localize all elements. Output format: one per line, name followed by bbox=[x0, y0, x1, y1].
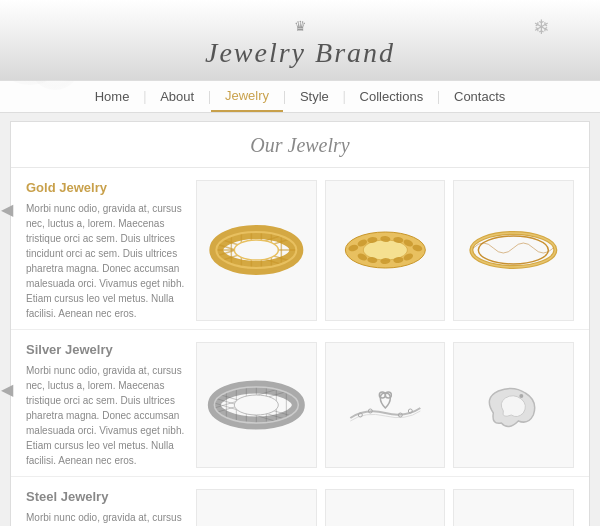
steel-description-text: Morbi nunc odio, gravida at, cursus nec,… bbox=[26, 510, 186, 526]
silver-image-3[interactable] bbox=[453, 342, 574, 468]
gold-image-2[interactable] bbox=[325, 180, 446, 321]
snowflake-icon: ❄ bbox=[533, 15, 550, 39]
svg-point-13 bbox=[234, 240, 278, 260]
svg-point-29 bbox=[472, 233, 556, 267]
steel-description-block: Steel Jewelry Morbi nunc odio, gravida a… bbox=[26, 489, 186, 526]
page-wrapper: ♛ Jewelry Brand ❄ Home | About | Jewelry… bbox=[0, 0, 600, 526]
nav-bar: Home | About | Jewelry | Style | Collect… bbox=[0, 80, 600, 113]
silver-description-block: Silver Jewelry Morbi nunc odio, gravida … bbox=[26, 342, 186, 468]
header: ♛ Jewelry Brand ❄ bbox=[0, 0, 600, 80]
steel-image-2[interactable] bbox=[325, 489, 446, 526]
silver-image-2[interactable] bbox=[325, 342, 446, 468]
scroll-down-arrow[interactable]: ◀ bbox=[0, 380, 14, 399]
nav-about[interactable]: About bbox=[146, 82, 208, 111]
nav-home[interactable]: Home bbox=[81, 82, 144, 111]
steel-images bbox=[196, 489, 574, 526]
steel-jewelry-row: Steel Jewelry Morbi nunc odio, gravida a… bbox=[11, 476, 589, 526]
nav-collections[interactable]: Collections bbox=[346, 82, 438, 111]
silver-description-text: Morbi nunc odio, gravida at, cursus nec,… bbox=[26, 363, 186, 468]
nav-contacts[interactable]: Contacts bbox=[440, 82, 519, 111]
gold-image-1[interactable] bbox=[196, 180, 317, 321]
gold-images bbox=[196, 180, 574, 321]
nav-style[interactable]: Style bbox=[286, 82, 343, 111]
scroll-up-arrow[interactable]: ◀ bbox=[0, 200, 14, 219]
crown-icon: ♛ bbox=[0, 18, 600, 35]
section-title: Our Jewelry bbox=[11, 122, 589, 168]
steel-image-3[interactable] bbox=[453, 489, 574, 526]
main-content: Our Jewelry Gold Jewelry Morbi nunc odio… bbox=[10, 121, 590, 526]
silver-category-title: Silver Jewelry bbox=[26, 342, 186, 357]
gold-category-title: Gold Jewelry bbox=[26, 180, 186, 195]
silver-images bbox=[196, 342, 574, 468]
gold-description-block: Gold Jewelry Morbi nunc odio, gravida at… bbox=[26, 180, 186, 321]
gold-description-text: Morbi nunc odio, gravida at, cursus nec,… bbox=[26, 201, 186, 321]
svg-point-45 bbox=[234, 395, 278, 415]
steel-category-title: Steel Jewelry bbox=[26, 489, 186, 504]
silver-image-1[interactable] bbox=[196, 342, 317, 468]
gold-jewelry-row: Gold Jewelry Morbi nunc odio, gravida at… bbox=[11, 168, 589, 329]
gold-image-3[interactable] bbox=[453, 180, 574, 321]
steel-image-1[interactable] bbox=[196, 489, 317, 526]
svg-point-52 bbox=[520, 394, 524, 398]
silver-jewelry-row: Silver Jewelry Morbi nunc odio, gravida … bbox=[11, 329, 589, 476]
svg-point-30 bbox=[479, 236, 549, 264]
nav-jewelry[interactable]: Jewelry bbox=[211, 81, 283, 112]
svg-point-15 bbox=[363, 240, 407, 260]
brand-title: Jewelry Brand bbox=[0, 37, 600, 69]
